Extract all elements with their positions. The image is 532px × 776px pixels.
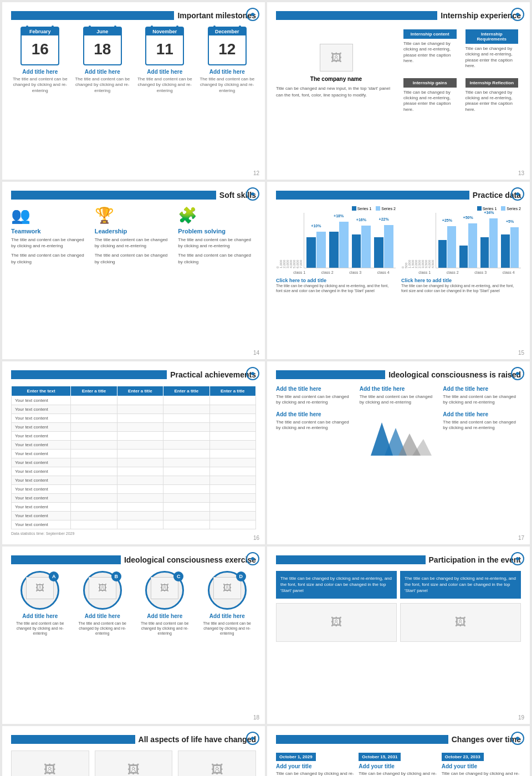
achievements-title: Practical achievements bbox=[11, 370, 256, 379]
participation-header: The title can be changed by clicking and… bbox=[276, 571, 521, 599]
logo-icon bbox=[246, 552, 259, 565]
table-cell bbox=[117, 467, 163, 476]
bar-chart-2: +25% +50% +34% bbox=[436, 213, 521, 268]
table-cell: Your text content bbox=[12, 467, 71, 476]
table-cell: Your text content bbox=[12, 450, 71, 458]
table-cell bbox=[209, 467, 255, 476]
problemsolving-icon: 🧩 bbox=[178, 206, 256, 224]
ideology-grid: Add the title here The title and content… bbox=[276, 386, 521, 456]
ideology-raised-title: Ideological consciousness is raised bbox=[276, 370, 521, 379]
logo-icon bbox=[246, 367, 259, 380]
table-cell: Your text content bbox=[12, 458, 71, 467]
skill-problemsolving: 🧩 Problem solving The title and content … bbox=[178, 206, 256, 268]
charts-grid: Series 1 Series 2 7,0006,0005,0004,0003,… bbox=[276, 206, 521, 293]
slide-changes: Changes over time October 1, 2029 Add yo… bbox=[267, 726, 530, 776]
intern-box-3: Internship Reflection Title can be chang… bbox=[463, 75, 521, 116]
slide-ideology-exercise: Ideological consciousness exercise 🖼 A A… bbox=[2, 547, 265, 724]
table-cell bbox=[71, 450, 117, 458]
logo-icon bbox=[511, 8, 524, 21]
table-cell bbox=[117, 405, 163, 414]
chart-2: Series 1 Series 2 4,5004,0003,5003,0002,… bbox=[401, 206, 521, 293]
table-cell bbox=[163, 432, 209, 441]
logo-icon bbox=[511, 732, 524, 745]
logo-icon bbox=[511, 552, 524, 565]
aspect-2: 🖼 Add title here Title can be changed by… bbox=[178, 751, 256, 776]
logo-icon bbox=[246, 8, 259, 21]
exercise-img-D: 🖼 bbox=[213, 577, 241, 599]
table-row: Your text content bbox=[12, 441, 256, 450]
table-row: Your text content bbox=[12, 396, 256, 405]
table-cell bbox=[163, 423, 209, 432]
table-cell bbox=[71, 494, 117, 503]
company-desc: Title can be changed and new input, in t… bbox=[276, 85, 396, 98]
chart2-link[interactable]: Click here to add title bbox=[401, 278, 521, 283]
exercise-C: 🖼 C Add title here The title and content… bbox=[136, 571, 194, 636]
slide-number: 15 bbox=[518, 350, 524, 356]
table-cell bbox=[209, 520, 255, 529]
exercise-circle-D: 🖼 D bbox=[208, 571, 247, 610]
table-cell bbox=[163, 405, 209, 414]
leadership-icon: 🏆 bbox=[95, 206, 173, 224]
skill-teamwork: 👥 Teamwork The title and content can be … bbox=[11, 206, 89, 268]
table-cell bbox=[117, 512, 163, 520]
exercise-img-A: 🖼 bbox=[26, 577, 54, 599]
participation-text2[interactable]: The title can be changed by clicking and… bbox=[400, 571, 521, 599]
table-row: Your text content bbox=[12, 520, 256, 529]
ideology-card-3: Add the title here The title and content… bbox=[276, 411, 354, 456]
company-name: The company name bbox=[310, 76, 362, 82]
softskills-title: Soft skills bbox=[11, 191, 256, 200]
table-row: Your text content bbox=[12, 503, 256, 512]
table-cell bbox=[117, 414, 163, 423]
participation-title: Participation in the event bbox=[276, 555, 521, 564]
calendar-jun: June 18 bbox=[83, 27, 122, 65]
table-cell bbox=[209, 503, 255, 512]
slide-number: 19 bbox=[518, 714, 524, 721]
title-bar bbox=[276, 370, 385, 379]
exercise-img-C: 🖼 bbox=[151, 577, 178, 599]
table-row: Your text content bbox=[12, 432, 256, 441]
milestones-grid: February 16 Add title here The title and… bbox=[11, 27, 256, 94]
participation-images: 🖼 🖼 bbox=[276, 603, 521, 642]
internship-right: Internship content Title can be changed … bbox=[401, 27, 521, 115]
table-row: Your text content bbox=[12, 512, 256, 520]
table-cell bbox=[163, 503, 209, 512]
changes-title: Changes over time bbox=[276, 735, 521, 744]
table-cell bbox=[209, 405, 255, 414]
slide-softskills: Soft skills 👥 Teamwork The title and con… bbox=[2, 182, 265, 359]
table-row: Your text content bbox=[12, 414, 256, 423]
aspect-img-1: 🖼 bbox=[95, 751, 173, 776]
title-bar bbox=[11, 370, 167, 379]
chart1-legend: Series 1 Series 2 bbox=[276, 206, 396, 211]
table-cell bbox=[117, 423, 163, 432]
table-cell bbox=[163, 520, 209, 529]
table-cell: Your text content bbox=[12, 432, 71, 441]
table-cell bbox=[71, 458, 117, 467]
skill-leadership: 🏆 Leadership The title and content can b… bbox=[95, 206, 173, 268]
chart1-link[interactable]: Click here to add title bbox=[276, 278, 396, 283]
ideology-card-2: Add the title here The title and content… bbox=[443, 386, 521, 406]
table-cell: Your text content bbox=[12, 503, 71, 512]
title-bar bbox=[276, 735, 448, 744]
table-cell bbox=[209, 423, 255, 432]
table-cell bbox=[117, 432, 163, 441]
table-cell: Your text content bbox=[12, 520, 71, 529]
calendar-nov: November 11 bbox=[145, 27, 184, 65]
exercise-circle-C: 🖼 C bbox=[145, 571, 184, 610]
internship-layout: 🖼 The company name Title can be changed … bbox=[276, 27, 521, 115]
aspect-img-2: 🖼 bbox=[178, 751, 256, 776]
table-cell bbox=[209, 512, 255, 520]
table-cell bbox=[163, 414, 209, 423]
logo-icon bbox=[511, 367, 524, 380]
title-bar bbox=[276, 191, 469, 200]
exercise-D: 🖼 D Add title here The title and content… bbox=[198, 571, 257, 636]
table-cell bbox=[209, 432, 255, 441]
ideology-arrows bbox=[365, 411, 432, 456]
table-cell bbox=[71, 476, 117, 485]
table-cell bbox=[71, 512, 117, 520]
arrow-visual bbox=[360, 411, 438, 456]
participation-text1[interactable]: The title can be changed by clicking and… bbox=[276, 571, 397, 599]
chart2-desc: The title can be changed by clicking and… bbox=[401, 283, 521, 293]
bar-chart-1: +10% +18% +16% bbox=[304, 213, 396, 268]
title-bar bbox=[11, 191, 216, 200]
calendar-dec: December 12 bbox=[208, 27, 247, 65]
